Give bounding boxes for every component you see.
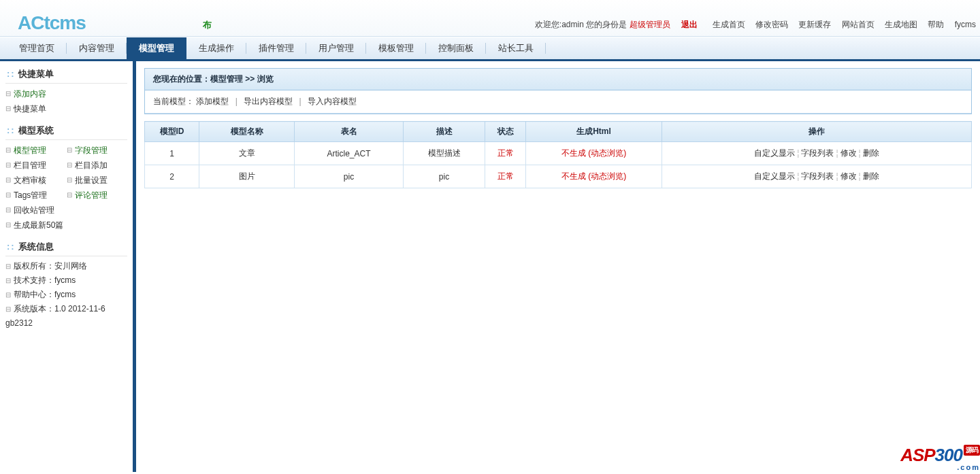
op-link[interactable]: 字段列表	[801, 148, 834, 158]
cell-table: pic	[295, 165, 404, 188]
nav-plugin[interactable]: 插件管理	[246, 37, 306, 59]
sidebar-recycle[interactable]: 回收站管理	[14, 203, 54, 218]
cell-name: 图片	[199, 165, 295, 188]
topbar-link[interactable]: 生成首页	[713, 20, 745, 29]
logout-link[interactable]: 退出	[681, 20, 698, 29]
sys-info: 技术支持：fycms	[5, 273, 127, 288]
nav-control[interactable]: 控制面板	[426, 37, 486, 59]
sidebar-doc-review[interactable]: 文档审核	[14, 173, 46, 188]
sidebar-column-manage[interactable]: 栏目管理	[14, 158, 46, 173]
topbar-link[interactable]: 修改密码	[755, 20, 788, 29]
nav-generate[interactable]: 生成操作	[186, 37, 246, 59]
sidebar-column-add[interactable]: 栏目添加	[75, 158, 108, 173]
cell-status: 正常	[485, 142, 526, 165]
cell-ops: 自定义显示¦字段列表¦修改¦删除	[662, 142, 972, 165]
table-row: 2图片picpic正常不生成 (动态浏览)自定义显示¦字段列表¦修改¦删除	[145, 165, 972, 188]
cell-id: 2	[145, 165, 199, 188]
panel: 您现在的位置：模型管理 >> 浏览 当前模型： 添加模型 | 导出内容模型 | …	[144, 68, 972, 114]
topbar: 欢迎您:admin 您的身份是 超级管理员 退出 生成首页 修改密码 更新缓存 …	[535, 19, 980, 31]
cell-html: 不生成 (动态浏览)	[526, 165, 662, 188]
cell-ops: 自定义显示¦字段列表¦修改¦删除	[662, 165, 972, 188]
topbar-link[interactable]: 帮助	[928, 20, 944, 29]
th-id: 模型ID	[145, 122, 199, 142]
sys-info: 系统版本：1.0 2012-11-6 gb2312	[5, 302, 127, 330]
sidebar-field-manage[interactable]: 字段管理	[75, 143, 108, 158]
topbar-link[interactable]: 网站首页	[842, 20, 875, 29]
th-name: 模型名称	[199, 122, 295, 142]
nav-model[interactable]: 模型管理	[127, 37, 186, 59]
topbar-link[interactable]: 更新缓存	[798, 20, 831, 29]
op-link[interactable]: 自定义显示	[754, 148, 795, 158]
sidebar-quick-title: 快捷菜单	[5, 65, 127, 84]
topbar-link[interactable]: 生成地图	[885, 20, 917, 29]
cell-id: 1	[145, 142, 199, 165]
top-news: 布	[203, 19, 212, 31]
nav-user[interactable]: 用户管理	[306, 37, 366, 59]
model-table: 模型ID 模型名称 表名 描述 状态 生成Html 操作 1文章Article_…	[144, 121, 972, 188]
sidebar-batch-set[interactable]: 批量设置	[75, 173, 108, 188]
sidebar-model-manage[interactable]: 模型管理	[14, 143, 46, 158]
export-model-link[interactable]: 导出内容模型	[244, 97, 293, 106]
toolbar: 当前模型： 添加模型 | 导出内容模型 | 导入内容模型	[145, 90, 971, 114]
op-link[interactable]: 修改	[840, 171, 857, 181]
breadcrumb: 您现在的位置：模型管理 >> 浏览	[145, 69, 971, 90]
main-nav: 管理首页 内容管理 模型管理 生成操作 插件管理 用户管理 模板管理 控制面板 …	[0, 37, 980, 61]
sidebar-comment-manage[interactable]: 评论管理	[75, 188, 108, 203]
sys-info: 帮助中心：fycms	[5, 288, 127, 302]
cell-html: 不生成 (动态浏览)	[526, 142, 662, 165]
op-link[interactable]: 删除	[863, 171, 879, 181]
nav-home[interactable]: 管理首页	[7, 37, 67, 59]
toolbar-label: 当前模型：	[153, 97, 194, 106]
sidebar-add-content[interactable]: 添加内容	[14, 86, 46, 101]
sidebar: 快捷菜单 添加内容 快捷菜单 模型系统 模型管理 字段管理 栏目管理 栏目添加 …	[0, 61, 136, 472]
th-html: 生成Html	[526, 122, 662, 142]
cell-status: 正常	[485, 165, 526, 188]
op-link[interactable]: 删除	[863, 148, 879, 158]
welcome-text: 欢迎您:admin 您的身份是	[535, 20, 627, 29]
th-ops: 操作	[662, 122, 972, 142]
topbar-link[interactable]: fycms	[955, 20, 976, 29]
th-status: 状态	[485, 122, 526, 142]
sidebar-gen-latest[interactable]: 生成最新50篇	[14, 218, 63, 233]
role-label: 超级管理员	[630, 20, 670, 29]
nav-content[interactable]: 内容管理	[67, 37, 127, 59]
op-link[interactable]: 修改	[840, 148, 857, 158]
sidebar-quick-menu[interactable]: 快捷菜单	[14, 101, 46, 116]
th-table: 表名	[295, 122, 404, 142]
sidebar-sys-title: 系统信息	[5, 238, 127, 256]
add-model-link[interactable]: 添加模型	[196, 97, 229, 106]
op-link[interactable]: 自定义显示	[754, 171, 795, 181]
sys-info: 版权所有：安川网络	[5, 259, 127, 273]
sidebar-tags-manage[interactable]: Tags管理	[14, 188, 47, 203]
op-link[interactable]: 字段列表	[801, 171, 834, 181]
watermark: ASP300源码 .com	[900, 445, 980, 471]
cell-table: Article_ACT	[295, 142, 404, 165]
import-model-link[interactable]: 导入内容模型	[308, 97, 357, 106]
header: ACtcms 布 欢迎您:admin 您的身份是 超级管理员 退出 生成首页 修…	[0, 0, 980, 37]
th-desc: 描述	[404, 122, 485, 142]
logo: ACtcms	[18, 12, 86, 34]
cell-name: 文章	[199, 142, 295, 165]
cell-desc: 模型描述	[404, 142, 485, 165]
table-row: 1文章Article_ACT模型描述正常不生成 (动态浏览)自定义显示¦字段列表…	[145, 142, 972, 165]
cell-desc: pic	[404, 165, 485, 188]
main-content: 您现在的位置：模型管理 >> 浏览 当前模型： 添加模型 | 导出内容模型 | …	[136, 61, 980, 472]
nav-tools[interactable]: 站长工具	[486, 37, 546, 59]
sidebar-model-title: 模型系统	[5, 122, 127, 140]
nav-template[interactable]: 模板管理	[366, 37, 426, 59]
